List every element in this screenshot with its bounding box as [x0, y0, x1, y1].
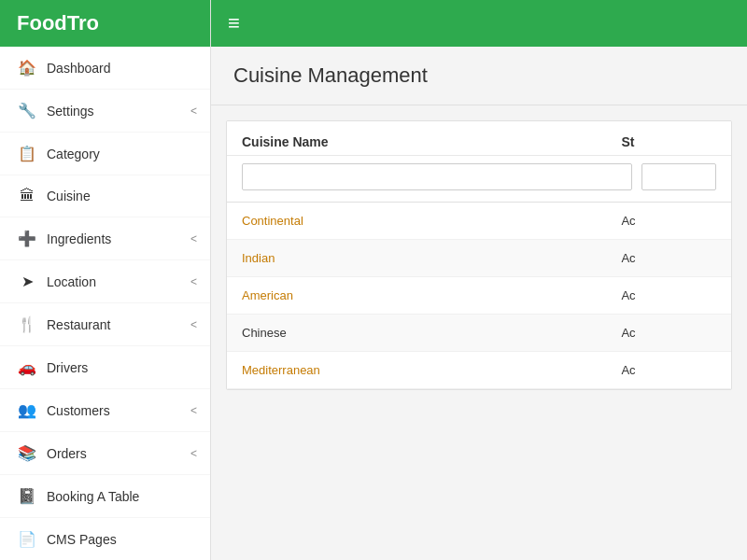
- table-row: AmericanAc: [227, 277, 731, 315]
- sidebar-item-booking[interactable]: 📓Booking A Table: [0, 475, 210, 518]
- cuisine-name-cell: Chinese: [242, 326, 621, 340]
- orders-icon: 📚: [17, 444, 37, 462]
- sidebar-item-cuisine[interactable]: 🏛Cuisine: [0, 175, 210, 217]
- settings-icon: 🔧: [17, 102, 37, 119]
- sidebar-item-ingredients[interactable]: ➕Ingredients<: [0, 217, 210, 260]
- chevron-icon-settings: <: [190, 105, 197, 118]
- cuisine-icon: 🏛: [17, 188, 37, 204]
- sidebar-label-cuisine: Cuisine: [47, 189, 91, 203]
- sidebar-item-category[interactable]: 📋Category: [0, 133, 210, 175]
- sidebar-label-category: Category: [47, 147, 100, 161]
- status-cell: Ac: [621, 363, 716, 377]
- chevron-icon-restaurant: <: [190, 318, 197, 331]
- sidebar-label-dashboard: Dashboard: [47, 61, 111, 76]
- page-title: Cuisine Management: [211, 47, 747, 105]
- status-cell: Ac: [621, 214, 716, 228]
- sidebar-nav: 🏠Dashboard🔧Settings<📋Category🏛Cuisine➕In…: [0, 47, 210, 560]
- status-cell: Ac: [621, 326, 716, 340]
- table-row: MediterraneanAc: [227, 352, 731, 389]
- table-row: ContinentalAc: [227, 203, 731, 240]
- cuisine-name-cell: American: [242, 288, 621, 302]
- table-row: IndianAc: [227, 240, 731, 277]
- sidebar-label-cms: CMS Pages: [47, 532, 117, 547]
- drivers-icon: 🚗: [17, 358, 37, 376]
- sidebar-label-settings: Settings: [47, 104, 94, 119]
- col-header-status: St: [621, 134, 716, 149]
- customers-icon: 👥: [17, 401, 37, 419]
- cuisine-name-cell: Mediterranean: [242, 363, 621, 377]
- cuisine-name-cell: Indian: [242, 251, 621, 265]
- page-title-text: Cuisine Management: [233, 63, 428, 87]
- location-icon: ➤: [17, 273, 37, 290]
- sidebar-item-location[interactable]: ➤Location<: [0, 260, 210, 303]
- sidebar-label-location: Location: [47, 274, 96, 289]
- sidebar-label-drivers: Drivers: [47, 360, 88, 375]
- status-cell: Ac: [621, 288, 716, 302]
- cms-icon: 📄: [17, 530, 37, 548]
- booking-icon: 📓: [17, 487, 37, 505]
- sidebar-item-dashboard[interactable]: 🏠Dashboard: [0, 47, 210, 90]
- filter-row: [227, 156, 731, 203]
- col-header-name: Cuisine Name: [242, 134, 621, 149]
- cuisine-table: Cuisine Name St ContinentalAcIndianAcAme…: [226, 120, 732, 390]
- sidebar: FoodTro 🏠Dashboard🔧Settings<📋Category🏛Cu…: [0, 0, 211, 560]
- sidebar-label-ingredients: Ingredients: [47, 231, 111, 246]
- filter-status-input[interactable]: [641, 163, 716, 190]
- ingredients-icon: ➕: [17, 230, 37, 247]
- table-row: ChineseAc: [227, 315, 731, 352]
- sidebar-label-orders: Orders: [47, 446, 87, 461]
- chevron-icon-location: <: [190, 275, 197, 288]
- cuisine-name-cell: Continental: [242, 214, 621, 228]
- table-header-row: Cuisine Name St: [227, 121, 731, 156]
- brand-logo: FoodTro: [0, 0, 210, 47]
- topbar: ≡: [211, 0, 747, 47]
- brand-name: FoodTro: [17, 11, 99, 35]
- sidebar-item-cms[interactable]: 📄CMS Pages: [0, 518, 210, 560]
- chevron-icon-customers: <: [190, 404, 197, 417]
- sidebar-item-orders[interactable]: 📚Orders<: [0, 432, 210, 475]
- dashboard-icon: 🏠: [17, 59, 37, 77]
- sidebar-label-booking: Booking A Table: [47, 489, 139, 504]
- content-area: Cuisine Management Cuisine Name St Conti…: [211, 47, 747, 560]
- chevron-icon-ingredients: <: [190, 232, 197, 245]
- sidebar-item-drivers[interactable]: 🚗Drivers: [0, 346, 210, 389]
- chevron-icon-orders: <: [190, 447, 197, 460]
- sidebar-label-restaurant: Restaurant: [47, 317, 110, 332]
- sidebar-item-restaurant[interactable]: 🍴Restaurant<: [0, 303, 210, 346]
- category-icon: 📋: [17, 145, 37, 162]
- status-cell: Ac: [621, 251, 716, 265]
- restaurant-icon: 🍴: [17, 315, 37, 333]
- main-area: ≡ Cuisine Management Cuisine Name St Con…: [211, 0, 747, 560]
- sidebar-item-settings[interactable]: 🔧Settings<: [0, 90, 210, 133]
- hamburger-icon[interactable]: ≡: [228, 11, 240, 35]
- sidebar-item-customers[interactable]: 👥Customers<: [0, 389, 210, 432]
- table-body: ContinentalAcIndianAcAmericanAcChineseAc…: [227, 203, 731, 389]
- filter-name-input[interactable]: [242, 163, 632, 190]
- sidebar-label-customers: Customers: [47, 403, 110, 418]
